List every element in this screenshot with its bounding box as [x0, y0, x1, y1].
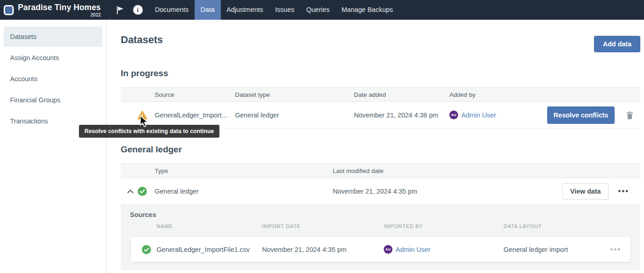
trash-icon[interactable]	[625, 111, 634, 120]
cell-import-date: November 21, 2024 4:35 pm	[262, 246, 384, 253]
general-ledger-row: General ledger November 21, 2024 4:35 pm…	[121, 178, 640, 205]
success-icon	[138, 187, 147, 196]
cell-type: General ledger	[155, 188, 333, 195]
general-ledger-table: Type Last modified date General ledger N…	[121, 163, 640, 205]
entity-brand[interactable]: Paradise Tiny Homes 2022	[4, 3, 101, 17]
entity-info: Paradise Tiny Homes 2022	[18, 3, 101, 17]
source-row: GeneralLedger_ImportFile1.csv November 2…	[131, 237, 630, 262]
added-by-user-link[interactable]: Admin User	[461, 111, 496, 119]
chevron-up-icon[interactable]	[127, 189, 134, 193]
entity-year: 2022	[90, 12, 101, 17]
header-last-modified: Last modified date	[333, 167, 562, 174]
nav-item-issues[interactable]: Issues	[269, 0, 300, 20]
entity-name: Paradise Tiny Homes	[18, 3, 101, 12]
header-date-added: Date added	[354, 91, 449, 98]
cell-source-name: GeneralLedger_ImportFile1.csv	[157, 246, 262, 253]
sidebar-item-datasets[interactable]: Datasets	[4, 27, 102, 47]
general-ledger-heading: General ledger	[121, 145, 182, 155]
main-navigation: Documents Data Adjustments Issues Querie…	[149, 0, 399, 20]
tooltip: Resolve conflicts with existing data to …	[79, 125, 219, 138]
cell-dataset-type: General ledger	[235, 111, 354, 119]
header-type: Type	[155, 167, 333, 174]
sidebar-item-accounts[interactable]: Accounts	[4, 69, 102, 89]
nav-item-adjustments[interactable]: Adjustments	[221, 0, 269, 20]
app-screen: Paradise Tiny Homes 2022 i Documents Dat…	[0, 0, 644, 273]
avatar: AU	[449, 111, 458, 119]
ellipsis-menu-icon[interactable]	[610, 248, 620, 251]
sources-table-header: NAME IMPORT DATE IMPORTED BY DATA LAYOUT	[121, 223, 640, 229]
nav-item-documents[interactable]: Documents	[149, 0, 195, 20]
in-progress-table: Source Dataset type Date added Added by …	[121, 87, 640, 128]
imported-by-user-link[interactable]: Admin User	[396, 246, 431, 253]
cell-last-modified: November 21, 2024 4:35 pm	[333, 188, 562, 195]
header-import-date: IMPORT DATE	[262, 223, 384, 229]
resolve-conflicts-button[interactable]: Resolve conflicts	[547, 106, 615, 124]
in-progress-table-header: Source Dataset type Date added Added by	[121, 87, 640, 102]
nav-item-data[interactable]: Data	[195, 0, 221, 20]
cell-source: GeneralLedger_Import...	[155, 111, 235, 119]
top-navbar: Paradise Tiny Homes 2022 i Documents Dat…	[0, 0, 644, 20]
sidebar-item-assign-accounts[interactable]: Assign Accounts	[4, 48, 102, 68]
nav-item-queries[interactable]: Queries	[300, 0, 336, 20]
view-data-button[interactable]: View data	[562, 183, 609, 200]
page-title: Datasets	[121, 34, 163, 46]
nav-item-manage-backups[interactable]: Manage Backups	[336, 0, 399, 20]
app-logo-icon	[4, 5, 14, 15]
header-data-layout: DATA LAYOUT	[504, 223, 640, 229]
sidebar: Datasets Assign Accounts Accounts Financ…	[0, 20, 106, 273]
flag-icon-glyph	[115, 5, 125, 15]
flag-icon[interactable]	[115, 5, 126, 16]
mouse-cursor	[139, 115, 149, 128]
header-name: NAME	[157, 223, 262, 229]
sources-panel: Sources NAME IMPORT DATE IMPORTED BY DAT…	[121, 205, 640, 270]
success-icon	[142, 245, 151, 254]
trash-icon-glyph	[626, 111, 633, 119]
header-dataset-type: Dataset type	[235, 91, 354, 98]
sources-heading: Sources	[130, 211, 156, 218]
ellipsis-menu-icon[interactable]	[618, 190, 628, 192]
in-progress-heading: In progress	[121, 68, 168, 78]
avatar: AU	[384, 245, 392, 254]
cell-data-layout: General ledger import	[504, 246, 568, 253]
sidebar-item-financial-groups[interactable]: Financial Groups	[4, 90, 102, 110]
cell-date-added: November 21, 2024 4:38 pm	[354, 111, 449, 119]
header-source: Source	[155, 91, 235, 98]
add-data-button[interactable]: Add data	[594, 36, 640, 52]
header-added-by: Added by	[449, 91, 547, 98]
header-imported-by: IMPORTED BY	[384, 223, 504, 229]
info-icon[interactable]: i	[133, 5, 143, 15]
general-ledger-table-header: Type Last modified date	[121, 163, 640, 178]
